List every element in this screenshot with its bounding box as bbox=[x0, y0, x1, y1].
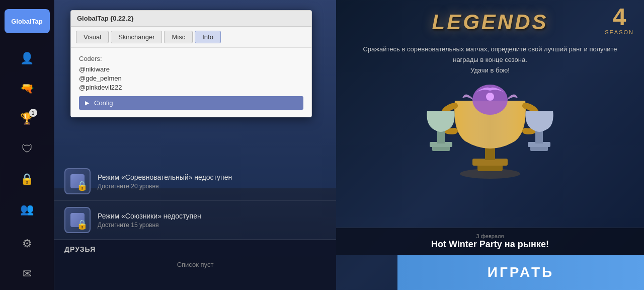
coder-3: @pinkdevil222 bbox=[79, 84, 303, 91]
tab-misc[interactable]: Misc bbox=[164, 31, 193, 43]
friends-icon[interactable]: 👥 bbox=[16, 198, 38, 221]
allies-mode-sub: Достигните 15 уровня bbox=[98, 222, 201, 229]
globaltap-modal[interactable]: GlobalTap {0.22.2} Visual Skinchanger Mi… bbox=[70, 10, 312, 117]
ranked-icon[interactable]: 🏆 1 bbox=[16, 108, 38, 130]
trophy-svg bbox=[415, 81, 566, 181]
allies-mode: Режим «Союзники» недоступен Достигните 1… bbox=[54, 201, 336, 240]
competitive-mode-sub: Достигните 20 уровня bbox=[98, 183, 232, 190]
mail-icon[interactable]: ✉ bbox=[16, 263, 38, 285]
friends-section: ДРУЗЬЯ Список пуст bbox=[54, 240, 336, 290]
competitive-mode-text: Режим «Соревновательный» недоступен Дост… bbox=[98, 173, 232, 190]
weapon-icon[interactable]: 🔫 bbox=[16, 78, 38, 100]
svg-rect-11 bbox=[535, 131, 543, 143]
badge-count: 1 bbox=[29, 109, 37, 117]
event-title: Hot Winter Party на рынке! bbox=[346, 239, 634, 250]
friends-empty: Список пуст bbox=[54, 256, 336, 273]
svg-rect-8 bbox=[437, 131, 445, 143]
allies-mode-title: Режим «Союзники» недоступен bbox=[98, 212, 201, 220]
modal-titlebar: GlobalTap {0.22.2} bbox=[71, 11, 311, 27]
season-number: 4 bbox=[605, 5, 634, 29]
legends-description: Сражайтесь в соревновательных матчах, оп… bbox=[336, 39, 644, 81]
modal-body: Coders: @nikiware @gde_pelmen @pinkdevil… bbox=[71, 48, 311, 117]
trophy-area bbox=[336, 81, 644, 181]
allies-mode-text: Режим «Союзники» недоступен Достигните 1… bbox=[98, 212, 201, 229]
config-row[interactable]: ▶ Config bbox=[79, 96, 303, 110]
globaltap-button[interactable]: GlobalTap bbox=[5, 9, 50, 33]
config-label: Config bbox=[94, 99, 113, 107]
sidebar: GlobalTap 👤 🔫 🏆 1 🛡 🔒 👥 ⚙ ✉ bbox=[0, 0, 54, 290]
svg-point-5 bbox=[486, 93, 494, 101]
coder-2: @gde_pelmen bbox=[79, 75, 303, 82]
coder-1: @nikiware bbox=[79, 65, 303, 73]
right-panel: LEGENDS 4 SEASON Сражайтесь в соревноват… bbox=[336, 0, 644, 290]
shield-icon[interactable]: 🛡 bbox=[16, 138, 38, 160]
legends-header: LEGENDS bbox=[336, 0, 644, 39]
event-banner: 3 февраля Hot Winter Party на рынке! bbox=[336, 228, 644, 255]
competitive-lock-icon bbox=[64, 168, 91, 194]
competitive-mode: Режим «Соревновательный» недоступен Дост… bbox=[54, 162, 336, 201]
season-badge: 4 SEASON bbox=[605, 5, 634, 35]
settings-icon[interactable]: ⚙ bbox=[16, 233, 38, 255]
season-label: SEASON bbox=[605, 29, 634, 35]
modal-tabs: Visual Skinchanger Misc Info bbox=[71, 27, 311, 48]
friends-title: ДРУЗЬЯ bbox=[54, 240, 336, 256]
tab-skinchanger[interactable]: Skinchanger bbox=[111, 31, 162, 43]
config-arrow-icon: ▶ bbox=[85, 100, 89, 106]
coders-label: Coders: bbox=[79, 55, 303, 62]
tab-visual[interactable]: Visual bbox=[76, 31, 109, 43]
character-icon[interactable]: 👤 bbox=[16, 47, 38, 69]
competitive-mode-title: Режим «Соревновательный» недоступен bbox=[98, 173, 232, 181]
event-date: 3 февраля bbox=[346, 233, 634, 239]
play-button[interactable]: ИГРАТЬ bbox=[397, 255, 644, 290]
legends-logo: LEGENDS bbox=[351, 10, 629, 34]
allies-lock-icon bbox=[64, 207, 91, 233]
lock-icon[interactable]: 🔒 bbox=[16, 168, 38, 190]
tab-info[interactable]: Info bbox=[195, 31, 221, 43]
modes-area: Режим «Соревновательный» недоступен Дост… bbox=[54, 162, 336, 240]
